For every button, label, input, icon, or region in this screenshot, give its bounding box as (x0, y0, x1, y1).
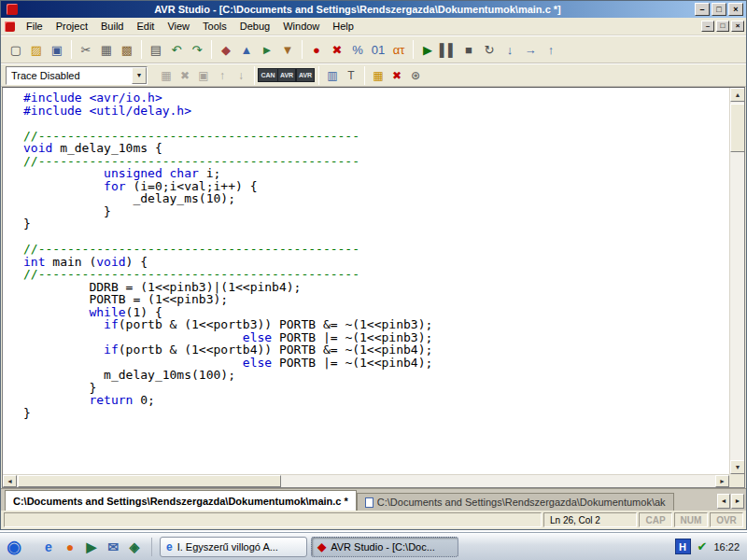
document-tab-1[interactable]: C:\Documents and Settings\Rendszergazda\… (5, 490, 357, 511)
registers-icon[interactable]: 01 (368, 39, 388, 60)
horizontal-scroll-thumb[interactable] (18, 475, 281, 487)
menu-item-edit[interactable]: Edit (130, 19, 161, 34)
launcher-icon[interactable]: ◉ (5, 537, 23, 557)
taskbar-button-1[interactable]: eI. Egyszerű villogó A... (160, 537, 307, 557)
maximize-button[interactable]: □ (712, 3, 726, 16)
trace-open-icon[interactable]: ▦ (157, 66, 176, 85)
window-controls: – □ × (695, 3, 743, 16)
menu-item-window[interactable]: Window (276, 19, 326, 34)
paste-icon[interactable]: ▩ (117, 39, 137, 60)
menu-item-help[interactable]: Help (326, 19, 360, 34)
print-icon[interactable]: ▤ (146, 39, 166, 60)
avr2-badge-icon[interactable]: AVR (296, 66, 315, 85)
taskbar-button-2[interactable]: ◆AVR Studio - [C:\Doc... (311, 537, 458, 557)
scroll-up-icon[interactable]: ▲ (730, 88, 745, 102)
can-badge-icon[interactable]: CAN (259, 66, 277, 85)
scroll-down-icon[interactable]: ▼ (730, 460, 745, 474)
code-line: void m_delay_10ms { (23, 142, 729, 155)
media-player-icon[interactable]: ▶ (82, 537, 101, 557)
alpha-tau-icon[interactable]: ατ (388, 39, 409, 60)
run-icon[interactable]: ▶ (417, 39, 438, 60)
task-label: I. Egyszerű villogó A... (177, 541, 278, 553)
menu-item-view[interactable]: View (161, 19, 196, 34)
menu-item-debug[interactable]: Debug (233, 19, 276, 34)
toggle-breakpoint-icon[interactable]: ● (306, 39, 327, 60)
code-area[interactable]: #include <avr/io.h>#include <util/delay.… (3, 88, 729, 474)
build-icon[interactable]: ▲ (236, 39, 257, 60)
indicator-num: NUM (674, 512, 708, 527)
stop-icon[interactable]: ■ (458, 39, 479, 60)
compile-icon[interactable]: ◆ (216, 39, 236, 60)
antivirus-tray-icon[interactable]: ✔ (698, 539, 708, 553)
reset-icon[interactable]: ↻ (479, 39, 500, 60)
undo-icon[interactable]: ↶ (166, 39, 187, 60)
minimize-button[interactable]: – (695, 3, 710, 16)
trace-percent-icon[interactable]: % (347, 39, 368, 60)
mail-icon[interactable]: ✉ (104, 537, 122, 557)
task-label: AVR Studio - [C:\Doc... (331, 541, 435, 553)
code-line: for (i=0;i<val;i++) { (23, 180, 729, 193)
close-all-icon[interactable]: ✖ (388, 66, 406, 85)
code-line: } (23, 407, 729, 420)
toolbar-separator (302, 40, 303, 59)
scroll-left-icon[interactable]: ◄ (3, 475, 17, 487)
window-title: AVR Studio - [C:\Documents and Settings\… (21, 4, 695, 15)
redo-icon[interactable]: ↷ (187, 39, 207, 60)
build-and-run-icon[interactable]: ► (257, 39, 277, 60)
vertical-scrollbar[interactable]: ▲ ▼ (729, 88, 744, 474)
trace-clear-icon[interactable]: ✖ (176, 66, 194, 85)
code-line: } (23, 205, 729, 218)
avr-badge-icon[interactable]: AVR (277, 66, 296, 85)
pause-icon[interactable]: ▌▌ (438, 39, 458, 60)
toolbar-separator (71, 40, 72, 59)
horizontal-scrollbar[interactable]: ◄ ► (3, 474, 729, 487)
trace-save-icon[interactable]: ▣ (194, 66, 213, 85)
title-bar[interactable]: AVR Studio - [C:\Documents and Settings\… (1, 1, 746, 18)
trace-down-icon[interactable]: ↓ (232, 66, 250, 85)
document-tab-bar: C:\Documents and Settings\Rendszergazda\… (1, 488, 746, 511)
vertical-scroll-thumb[interactable] (730, 104, 745, 152)
document-tab-2[interactable]: C:\Documents and Settings\Rendszergazda\… (357, 493, 674, 511)
close-button[interactable]: × (728, 3, 743, 16)
tab-scroll-right-icon[interactable]: ► (731, 494, 744, 509)
combo-dropdown-arrow-icon[interactable]: ▼ (132, 67, 147, 84)
trace-up-icon[interactable]: ↑ (213, 66, 232, 85)
cut-icon[interactable]: ✂ (76, 39, 96, 60)
step-over-icon[interactable]: → (520, 39, 541, 60)
toolbar-separator (318, 66, 319, 85)
toolbar-separator (211, 40, 212, 59)
menu-item-build[interactable]: Build (94, 19, 130, 34)
code-line: //--------------------------------------… (23, 268, 729, 281)
mdi-close-button[interactable]: × (731, 21, 744, 32)
firefox-icon[interactable]: ● (61, 537, 79, 557)
window-list-icon[interactable]: ▦ (369, 66, 388, 85)
menu-item-project[interactable]: Project (49, 19, 94, 34)
code-line: int main (void) { (23, 256, 729, 269)
step-into-icon[interactable]: ↓ (500, 39, 520, 60)
internet-explorer-icon[interactable]: e (39, 537, 58, 557)
options-icon[interactable]: ⊛ (406, 66, 425, 85)
stack-view-icon[interactable]: ▥ (323, 66, 342, 85)
remove-breakpoints-icon[interactable]: ✖ (327, 39, 347, 60)
menu-item-tools[interactable]: Tools (196, 19, 233, 34)
tab-scroll-left-icon[interactable]: ◄ (717, 494, 730, 509)
code-line (23, 231, 729, 244)
step-out-icon[interactable]: ↑ (541, 39, 561, 60)
save-icon[interactable]: ▣ (47, 39, 67, 60)
language-indicator[interactable]: H (675, 539, 691, 554)
open-file-icon[interactable]: ▨ (26, 39, 47, 60)
new-file-icon[interactable]: ▢ (6, 39, 26, 60)
mdi-restore-button[interactable]: □ (716, 21, 729, 32)
trace-combo[interactable]: Trace Disabled ▼ (6, 66, 148, 85)
rebuild-all-icon[interactable]: ▼ (277, 39, 298, 60)
code-line: DDRB = (1<<pinb3)|(1<<pinb4); (23, 281, 729, 294)
copy-icon[interactable]: ▦ (96, 39, 117, 60)
desktop-icon[interactable]: ◈ (125, 537, 144, 557)
mdi-minimize-button[interactable]: – (701, 21, 714, 32)
scroll-right-icon[interactable]: ► (715, 475, 729, 487)
trace-toolbar-icons: ▦✖▣↑↓CANAVRAVR▥T▦✖⊛ (157, 66, 425, 85)
menu-item-file[interactable]: File (20, 19, 49, 34)
taskbar-separator (151, 538, 152, 556)
webpage-icon: e (166, 540, 173, 553)
tag-icon[interactable]: T (342, 66, 360, 85)
